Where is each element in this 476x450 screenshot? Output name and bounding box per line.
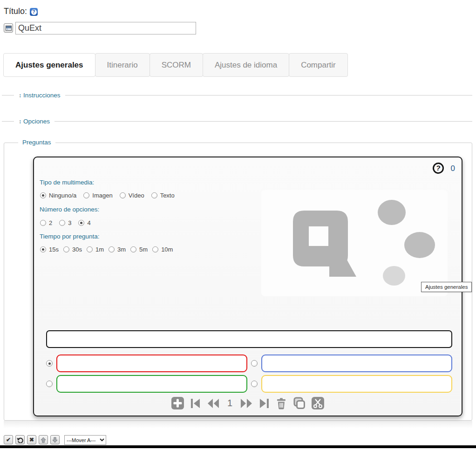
delete-idevice-button[interactable]: ✖ — [27, 435, 36, 444]
section-instrucciones-toggle[interactable]: ↕Instrucciones — [14, 92, 65, 99]
undo-button[interactable] — [15, 435, 25, 444]
tab-ajustes-generales[interactable]: Ajustes generales — [3, 53, 95, 77]
divider-line — [2, 121, 14, 122]
radio-icon[interactable] — [130, 246, 136, 252]
media-type-label: Tipo de multimedia: — [40, 179, 94, 186]
tab-ajustes-de-idioma[interactable]: Ajustes de idioma — [203, 53, 289, 77]
tooltip: Ajustes generales — [421, 282, 472, 292]
radio-icon[interactable] — [63, 246, 69, 252]
section-opciones-toggle[interactable]: ↕Opciones — [14, 118, 54, 125]
media-type-options: Ninguno/a Imagen Vídeo Texto — [40, 192, 175, 199]
title-input[interactable] — [15, 22, 196, 34]
arrow-down-icon — [52, 437, 58, 443]
question-counter: 0 — [451, 164, 455, 173]
radio-icon[interactable] — [78, 220, 84, 226]
section-preguntas: Preguntas ? 0 Tipo de multimedia: Ningun… — [4, 143, 472, 421]
answer-3-input[interactable] — [56, 375, 247, 393]
answer-4-radio[interactable] — [251, 381, 258, 387]
radio-icon[interactable] — [40, 192, 46, 198]
first-question-button[interactable] — [190, 397, 201, 409]
radio-5m[interactable]: 5m — [130, 246, 148, 253]
scissors-icon — [312, 397, 324, 409]
answer-1-input[interactable] — [56, 355, 247, 372]
answer-2-radio[interactable] — [251, 360, 258, 367]
radio-30s[interactable]: 30s — [63, 246, 82, 253]
tab-compartir[interactable]: Compartir — [289, 53, 348, 77]
last-question-button[interactable] — [259, 397, 270, 409]
radio-texto[interactable]: Texto — [151, 192, 175, 199]
trash-icon — [276, 397, 287, 409]
radio-ninguno[interactable]: Ninguno/a — [40, 192, 76, 199]
divider-line — [2, 95, 14, 95]
move-up-button[interactable] — [39, 435, 48, 444]
forward-icon — [240, 397, 253, 409]
quext-logo — [261, 190, 448, 296]
radio-3m[interactable]: 3m — [109, 246, 126, 253]
radio-imagen[interactable]: Imagen — [83, 192, 112, 199]
cut-question-button[interactable] — [312, 397, 324, 409]
answers-grid — [46, 355, 452, 393]
duplicate-question-button[interactable] — [293, 397, 306, 409]
radio-icon[interactable] — [87, 246, 93, 252]
tab-bar: Ajustes generales Itinerario SCORM Ajust… — [4, 53, 348, 77]
question-panel: ? 0 Tipo de multimedia: Ninguno/a Imagen… — [33, 157, 462, 416]
undo-icon — [17, 437, 23, 443]
bottom-divider — [0, 445, 476, 448]
time-radios: 15s 30s 1m 3m 5m 10m — [40, 246, 173, 253]
tab-scorm[interactable]: SCORM — [150, 53, 203, 77]
title-label: Título: — [4, 7, 27, 16]
radio-video[interactable]: Vídeo — [120, 192, 144, 199]
arrow-up-icon — [41, 437, 46, 443]
panel-help-icon[interactable]: ? — [432, 162, 444, 174]
num-options-radios: 2 3 4 — [40, 219, 91, 226]
radio-icon[interactable] — [151, 192, 157, 198]
radio-icon[interactable] — [40, 246, 46, 252]
confirm-button[interactable]: ✔ — [4, 435, 13, 444]
next-question-button[interactable] — [240, 397, 253, 409]
answer-2-input[interactable] — [261, 355, 452, 372]
delete-question-button[interactable] — [276, 397, 287, 409]
radio-icon[interactable] — [40, 220, 46, 226]
add-question-button[interactable] — [171, 397, 184, 409]
radio-icon[interactable] — [59, 220, 65, 226]
rewind-icon — [207, 397, 220, 409]
answer-1-radio[interactable] — [46, 360, 53, 367]
radio-icon[interactable] — [152, 246, 158, 252]
quext-editor-page: Título: ? Ajustes generales Itinerario S… — [0, 0, 476, 450]
panel-shadow — [4, 421, 472, 428]
answer-4-input[interactable] — [261, 375, 452, 393]
section-preguntas-legend[interactable]: Preguntas — [18, 139, 55, 146]
radio-3-opciones[interactable]: 3 — [59, 219, 71, 226]
question-text-input[interactable] — [46, 330, 452, 348]
move-down-button[interactable] — [50, 435, 60, 444]
answer-3-radio[interactable] — [46, 381, 53, 387]
divider-line — [65, 95, 472, 95]
up-down-arrow-icon: ↕ — [19, 92, 21, 99]
move-to-select[interactable]: ---Mover A--- — [64, 435, 106, 445]
x-icon: ✖ — [29, 436, 34, 443]
previous-question-button[interactable] — [207, 397, 220, 409]
skip-last-icon — [259, 397, 270, 409]
time-label: Tiempo por pregunta: — [40, 233, 100, 240]
radio-10m[interactable]: 10m — [152, 246, 173, 253]
copy-icon — [293, 397, 306, 409]
radio-15s[interactable]: 15s — [40, 246, 59, 253]
divider-line — [54, 121, 472, 122]
radio-4-opciones[interactable]: 4 — [78, 219, 90, 226]
radio-1m[interactable]: 1m — [87, 246, 104, 253]
radio-icon[interactable] — [83, 192, 89, 198]
editor-toggle-button[interactable] — [4, 23, 13, 33]
num-options-label: Número de opciones: — [40, 206, 99, 213]
question-nav-toolbar: 1 — [171, 397, 324, 409]
tab-itinerario[interactable]: Itinerario — [95, 53, 150, 77]
plus-icon — [171, 397, 184, 409]
image-icon — [6, 26, 12, 31]
radio-icon[interactable] — [120, 192, 126, 198]
radio-icon[interactable] — [109, 246, 115, 252]
skip-first-icon — [190, 397, 201, 409]
section-opciones: ↕Opciones — [2, 117, 472, 125]
radio-2-opciones[interactable]: 2 — [40, 219, 52, 226]
title-help-icon[interactable]: ? — [30, 8, 38, 16]
check-icon: ✔ — [6, 436, 11, 443]
page-number: 1 — [226, 398, 234, 409]
